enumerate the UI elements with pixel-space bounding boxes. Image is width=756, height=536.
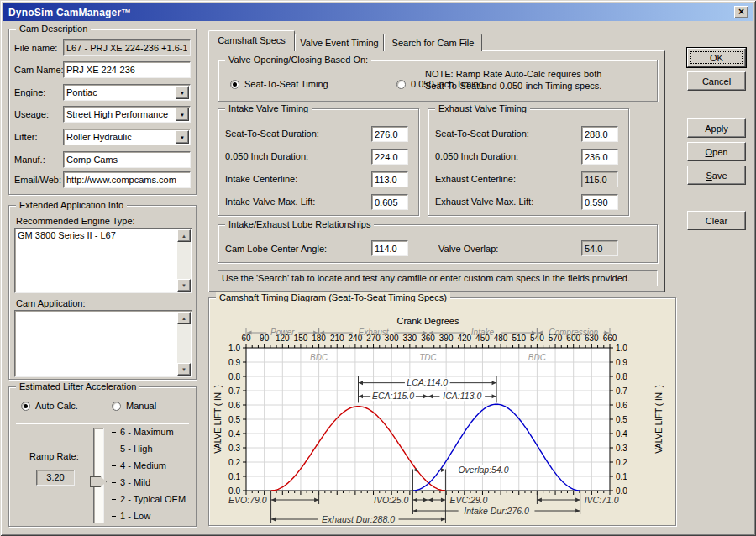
auto-calc-label: Auto Calc.: [35, 401, 78, 411]
engine-value: Pontiac: [66, 87, 97, 97]
engine-label: Engine:: [14, 87, 45, 97]
cam-description-group: Cam Description File name: Cam Name: Eng…: [8, 29, 197, 195]
scroll-up-icon[interactable]: ▲: [177, 229, 191, 242]
cam-name-label: Cam Name:: [14, 65, 64, 75]
useage-label: Useage:: [14, 109, 49, 119]
manual-radio[interactable]: Manual: [112, 401, 156, 411]
svg-text:510: 510: [512, 334, 526, 343]
chevron-down-icon[interactable]: ▼: [176, 86, 189, 99]
group-title: Estimated Lifter Acceleration: [16, 381, 139, 392]
group-title: Intake/Exhaust Lobe Relationships: [225, 219, 374, 230]
svg-text:ICA:113.0: ICA:113.0: [443, 391, 481, 401]
svg-text:IVO:25.0: IVO:25.0: [374, 495, 409, 505]
svg-text:Power: Power: [270, 328, 295, 337]
close-icon[interactable]: ×: [734, 6, 748, 18]
exhaust-max-lift-field[interactable]: [581, 194, 618, 210]
useage-value: Street High Performance: [66, 109, 168, 119]
svg-text:0.1: 0.1: [616, 472, 627, 481]
valve-overlap-field[interactable]: [581, 240, 618, 256]
titlebar[interactable]: DynoSim CamManager™ ×: [3, 3, 753, 21]
tab-valve-event-timing[interactable]: Valve Event Timing: [295, 34, 384, 51]
valve-basis-group: Valve Opening/Closing Based On: Seat-To-…: [218, 60, 658, 102]
scale-label-medium: 4 - Medium: [120, 460, 166, 470]
scroll-down-icon[interactable]: ▼: [177, 279, 191, 292]
ramp-rate-value: 3.20: [36, 470, 75, 486]
ramp-rate-label: Ramp Rate:: [29, 451, 79, 461]
cam-application-textarea[interactable]: ▲ ▼: [14, 310, 192, 377]
divider: [16, 423, 189, 424]
lifter-dropdown[interactable]: Roller Hydraulic ▼: [63, 129, 191, 145]
svg-text:0.8: 0.8: [616, 372, 627, 381]
auto-calc-radio[interactable]: Auto Calc.: [21, 401, 78, 411]
slider-tick: [112, 449, 116, 449]
email-web-label: Email/Web:: [14, 175, 61, 185]
exhaust-valve-timing-group: Exhaust Valve Timing Seat-To-Seat Durati…: [428, 108, 629, 216]
svg-text:0.9: 0.9: [228, 358, 240, 367]
group-title: Intake Valve Timing: [225, 103, 312, 114]
scale-label-high: 5 - High: [120, 444, 153, 454]
manuf-label: Manuf.:: [14, 155, 45, 165]
vertical-scrollbar[interactable]: ▲ ▼: [177, 229, 191, 292]
scale-label-typical-oem: 2 - Typical OEM: [120, 494, 186, 504]
intake-seat-duration-field[interactable]: [371, 126, 408, 142]
lifter-value: Roller Hydraulic: [66, 132, 132, 142]
svg-text:0.7: 0.7: [616, 386, 627, 396]
svg-text:0.1: 0.1: [228, 472, 240, 481]
intake-max-lift-field[interactable]: [371, 194, 408, 210]
svg-text:0.2: 0.2: [616, 458, 627, 467]
cancel-button[interactable]: Cancel: [687, 71, 746, 91]
ramp-rate-slider-thumb[interactable]: [90, 476, 107, 487]
svg-text:0.2: 0.2: [228, 458, 240, 467]
svg-text:330: 330: [403, 334, 417, 343]
row-label: 0.050 Inch Duration:: [225, 151, 308, 161]
svg-text:TDC: TDC: [419, 353, 437, 362]
email-web-field[interactable]: [63, 171, 191, 188]
clear-button[interactable]: Clear: [687, 211, 746, 230]
lobe-relationships-group: Intake/Exhaust Lobe Relationships Cam Lo…: [218, 224, 658, 263]
svg-text:BDC: BDC: [310, 353, 328, 362]
slider-tick: [112, 432, 116, 433]
intake-centerline-field[interactable]: [371, 171, 408, 187]
svg-text:Intake Dur:276.0: Intake Dur:276.0: [464, 506, 529, 516]
row-label: Intake Valve Max. Lift:: [225, 197, 315, 207]
svg-text:EVC:29.0: EVC:29.0: [449, 495, 487, 505]
slider-tick: [112, 482, 116, 483]
seat-to-seat-radio[interactable]: Seat-To-Seat Timing: [230, 79, 328, 89]
cam-name-field[interactable]: [63, 61, 191, 78]
search-tab-hint: Use the 'Search' tab to locate and test …: [218, 270, 658, 286]
intake-050-duration-field[interactable]: [371, 149, 408, 165]
estimated-lifter-acceleration-group: Estimated Lifter Acceleration Auto Calc.…: [8, 386, 197, 527]
file-name-field[interactable]: [63, 39, 191, 56]
manuf-field[interactable]: [63, 151, 191, 168]
vertical-scrollbar[interactable]: ▲ ▼: [177, 312, 191, 376]
exhaust-seat-duration-field[interactable]: [581, 126, 618, 142]
scroll-up-icon[interactable]: ▲: [177, 312, 191, 324]
ok-button[interactable]: OK: [687, 48, 746, 67]
open-button[interactable]: Open: [687, 142, 746, 161]
tab-search-for-cam-file[interactable]: Search for Cam File: [384, 34, 482, 51]
svg-text:210: 210: [330, 334, 344, 343]
chevron-down-icon[interactable]: ▼: [176, 108, 189, 121]
svg-text:0.5: 0.5: [228, 415, 240, 424]
svg-text:0.5: 0.5: [616, 415, 627, 424]
svg-text:VALVE LIFT ( IN. ): VALVE LIFT ( IN. ): [213, 385, 223, 454]
group-title: Extended Application Info: [16, 200, 127, 211]
recommended-engine-type-textarea[interactable]: GM 3800 Series II - L67 ▲ ▼: [14, 228, 192, 293]
useage-dropdown[interactable]: Street High Performance ▼: [63, 106, 191, 123]
row-label: Seat-To-Seat Duration:: [435, 129, 529, 139]
save-button[interactable]: Save: [687, 166, 746, 185]
svg-text:150: 150: [294, 334, 308, 343]
svg-text:0.6: 0.6: [228, 401, 240, 410]
window-title: DynoSim CamManager™: [8, 7, 132, 18]
tab-camshaft-specs[interactable]: Camshaft Specs: [208, 30, 295, 51]
engine-dropdown[interactable]: Pontiac ▼: [63, 84, 191, 101]
chevron-down-icon[interactable]: ▼: [176, 130, 189, 144]
scroll-down-icon[interactable]: ▼: [177, 363, 191, 376]
exhaust-centerline-field[interactable]: [581, 171, 618, 187]
exhaust-050-duration-field[interactable]: [581, 149, 618, 165]
dynosim-cammanager-window: DynoSim CamManager™ × Cam Description Fi…: [0, 0, 756, 536]
lobe-center-angle-field[interactable]: [371, 240, 408, 256]
apply-button[interactable]: Apply: [687, 118, 746, 138]
svg-text:90: 90: [260, 334, 270, 343]
ramp-rate-slider-track[interactable]: [93, 428, 104, 523]
